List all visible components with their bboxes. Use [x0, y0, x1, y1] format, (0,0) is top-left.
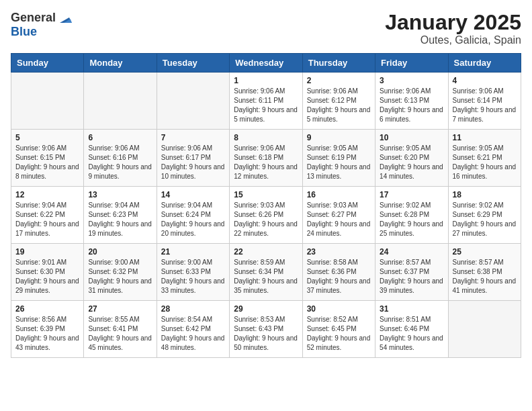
- calendar-day-29: 29Sunrise: 8:53 AMSunset: 6:43 PMDayligh…: [230, 301, 302, 358]
- day-info: Sunrise: 9:06 AMSunset: 6:15 PMDaylight:…: [15, 144, 79, 181]
- day-info: Sunrise: 8:57 AMSunset: 6:37 PMDaylight:…: [380, 258, 443, 295]
- day-number: 9: [307, 133, 371, 142]
- day-info: Sunrise: 9:04 AMSunset: 6:22 PMDaylight:…: [15, 201, 79, 238]
- logo: General Blue: [11, 11, 72, 39]
- calendar-week-row: 5Sunrise: 9:06 AMSunset: 6:15 PMDaylight…: [11, 130, 521, 187]
- weekday-header-row: SundayMondayTuesdayWednesdayThursdayFrid…: [11, 54, 521, 73]
- day-number: 31: [380, 304, 443, 314]
- day-info: Sunrise: 9:06 AMSunset: 6:14 PMDaylight:…: [453, 87, 517, 124]
- calendar-day-6: 6Sunrise: 9:06 AMSunset: 6:16 PMDaylight…: [84, 130, 157, 187]
- calendar-day-3: 3Sunrise: 9:06 AMSunset: 6:13 PMDaylight…: [375, 73, 448, 130]
- calendar-subtitle: Outes, Galicia, Spain: [385, 34, 521, 46]
- day-info: Sunrise: 8:56 AMSunset: 6:39 PMDaylight:…: [15, 315, 79, 353]
- day-info: Sunrise: 9:00 AMSunset: 6:32 PMDaylight:…: [88, 258, 152, 295]
- calendar-day-24: 24Sunrise: 8:57 AMSunset: 6:37 PMDayligh…: [375, 244, 448, 301]
- logo-icon: [57, 11, 72, 26]
- calendar-day-18: 18Sunrise: 9:02 AMSunset: 6:29 PMDayligh…: [448, 187, 521, 244]
- day-info: Sunrise: 9:03 AMSunset: 6:26 PMDaylight:…: [234, 201, 298, 238]
- day-info: Sunrise: 9:06 AMSunset: 6:13 PMDaylight:…: [380, 87, 443, 124]
- day-info: Sunrise: 8:59 AMSunset: 6:34 PMDaylight:…: [234, 258, 298, 295]
- day-info: Sunrise: 8:55 AMSunset: 6:41 PMDaylight:…: [88, 315, 152, 353]
- day-number: 7: [161, 133, 225, 142]
- calendar-table: SundayMondayTuesdayWednesdayThursdayFrid…: [11, 53, 521, 358]
- day-number: 1: [234, 76, 298, 85]
- weekday-header-saturday: Saturday: [448, 54, 521, 73]
- calendar-day-11: 11Sunrise: 9:05 AMSunset: 6:21 PMDayligh…: [448, 130, 521, 187]
- weekday-header-tuesday: Tuesday: [157, 54, 229, 73]
- calendar-day-10: 10Sunrise: 9:05 AMSunset: 6:20 PMDayligh…: [375, 130, 448, 187]
- calendar-week-row: 26Sunrise: 8:56 AMSunset: 6:39 PMDayligh…: [11, 301, 521, 358]
- calendar-day-20: 20Sunrise: 9:00 AMSunset: 6:32 PMDayligh…: [84, 244, 157, 301]
- calendar-day-30: 30Sunrise: 8:52 AMSunset: 6:45 PMDayligh…: [302, 301, 375, 358]
- calendar-week-row: 1Sunrise: 9:06 AMSunset: 6:11 PMDaylight…: [11, 73, 521, 130]
- day-info: Sunrise: 9:06 AMSunset: 6:18 PMDaylight:…: [234, 144, 298, 181]
- calendar-day-17: 17Sunrise: 9:02 AMSunset: 6:28 PMDayligh…: [375, 187, 448, 244]
- day-info: Sunrise: 9:02 AMSunset: 6:28 PMDaylight:…: [380, 201, 443, 238]
- day-info: Sunrise: 9:04 AMSunset: 6:23 PMDaylight:…: [88, 201, 152, 238]
- calendar-empty-cell: [157, 73, 229, 130]
- page-header: General Blue January 2025 Outes, Galicia…: [11, 11, 521, 46]
- calendar-day-9: 9Sunrise: 9:05 AMSunset: 6:19 PMDaylight…: [302, 130, 375, 187]
- day-number: 21: [161, 247, 225, 257]
- day-number: 26: [15, 304, 79, 314]
- calendar-day-25: 25Sunrise: 8:57 AMSunset: 6:38 PMDayligh…: [448, 244, 521, 301]
- calendar-day-15: 15Sunrise: 9:03 AMSunset: 6:26 PMDayligh…: [230, 187, 302, 244]
- day-number: 14: [161, 190, 225, 199]
- calendar-empty-cell: [448, 301, 521, 358]
- day-number: 10: [380, 133, 443, 142]
- day-info: Sunrise: 9:05 AMSunset: 6:19 PMDaylight:…: [307, 144, 371, 181]
- day-info: Sunrise: 9:05 AMSunset: 6:21 PMDaylight:…: [453, 144, 517, 181]
- day-info: Sunrise: 9:05 AMSunset: 6:20 PMDaylight:…: [380, 144, 443, 181]
- calendar-day-21: 21Sunrise: 9:00 AMSunset: 6:33 PMDayligh…: [157, 244, 229, 301]
- calendar-day-13: 13Sunrise: 9:04 AMSunset: 6:23 PMDayligh…: [84, 187, 157, 244]
- day-number: 27: [88, 304, 152, 314]
- calendar-day-26: 26Sunrise: 8:56 AMSunset: 6:39 PMDayligh…: [11, 301, 84, 358]
- day-info: Sunrise: 8:57 AMSunset: 6:38 PMDaylight:…: [453, 258, 517, 295]
- weekday-header-friday: Friday: [375, 54, 448, 73]
- day-number: 18: [453, 190, 517, 199]
- calendar-day-31: 31Sunrise: 8:51 AMSunset: 6:46 PMDayligh…: [375, 301, 448, 358]
- day-number: 30: [307, 304, 371, 314]
- day-number: 20: [88, 247, 152, 257]
- day-number: 19: [15, 247, 79, 257]
- day-info: Sunrise: 9:04 AMSunset: 6:24 PMDaylight:…: [161, 201, 225, 238]
- day-info: Sunrise: 9:06 AMSunset: 6:17 PMDaylight:…: [161, 144, 225, 181]
- calendar-day-7: 7Sunrise: 9:06 AMSunset: 6:17 PMDaylight…: [157, 130, 229, 187]
- calendar-week-row: 19Sunrise: 9:01 AMSunset: 6:30 PMDayligh…: [11, 244, 521, 301]
- weekday-header-monday: Monday: [84, 54, 157, 73]
- title-block: January 2025 Outes, Galicia, Spain: [385, 11, 521, 46]
- day-info: Sunrise: 8:58 AMSunset: 6:36 PMDaylight:…: [307, 258, 371, 295]
- day-number: 11: [453, 133, 517, 142]
- weekday-header-sunday: Sunday: [11, 54, 84, 73]
- calendar-week-row: 12Sunrise: 9:04 AMSunset: 6:22 PMDayligh…: [11, 187, 521, 244]
- day-number: 24: [380, 247, 443, 257]
- calendar-day-27: 27Sunrise: 8:55 AMSunset: 6:41 PMDayligh…: [84, 301, 157, 358]
- weekday-header-thursday: Thursday: [302, 54, 375, 73]
- day-info: Sunrise: 8:52 AMSunset: 6:45 PMDaylight:…: [307, 315, 371, 353]
- calendar-day-12: 12Sunrise: 9:04 AMSunset: 6:22 PMDayligh…: [11, 187, 84, 244]
- day-number: 22: [234, 247, 298, 257]
- day-number: 16: [307, 190, 371, 199]
- calendar-day-1: 1Sunrise: 9:06 AMSunset: 6:11 PMDaylight…: [230, 73, 302, 130]
- calendar-day-16: 16Sunrise: 9:03 AMSunset: 6:27 PMDayligh…: [302, 187, 375, 244]
- day-info: Sunrise: 9:06 AMSunset: 6:16 PMDaylight:…: [88, 144, 152, 181]
- day-info: Sunrise: 8:51 AMSunset: 6:46 PMDaylight:…: [380, 315, 443, 353]
- day-info: Sunrise: 9:00 AMSunset: 6:33 PMDaylight:…: [161, 258, 225, 295]
- day-info: Sunrise: 9:01 AMSunset: 6:30 PMDaylight:…: [15, 258, 79, 295]
- day-number: 8: [234, 133, 298, 142]
- weekday-header-wednesday: Wednesday: [230, 54, 302, 73]
- calendar-day-4: 4Sunrise: 9:06 AMSunset: 6:14 PMDaylight…: [448, 73, 521, 130]
- day-number: 2: [307, 76, 371, 85]
- day-number: 15: [234, 190, 298, 199]
- day-info: Sunrise: 9:02 AMSunset: 6:29 PMDaylight:…: [453, 201, 517, 238]
- calendar-day-23: 23Sunrise: 8:58 AMSunset: 6:36 PMDayligh…: [302, 244, 375, 301]
- calendar-day-8: 8Sunrise: 9:06 AMSunset: 6:18 PMDaylight…: [230, 130, 302, 187]
- day-info: Sunrise: 9:06 AMSunset: 6:12 PMDaylight:…: [307, 87, 371, 124]
- calendar-day-28: 28Sunrise: 8:54 AMSunset: 6:42 PMDayligh…: [157, 301, 229, 358]
- day-number: 13: [88, 190, 152, 199]
- calendar-empty-cell: [84, 73, 157, 130]
- calendar-day-2: 2Sunrise: 9:06 AMSunset: 6:12 PMDaylight…: [302, 73, 375, 130]
- day-number: 12: [15, 190, 79, 199]
- day-info: Sunrise: 9:03 AMSunset: 6:27 PMDaylight:…: [307, 201, 371, 238]
- day-info: Sunrise: 9:06 AMSunset: 6:11 PMDaylight:…: [234, 87, 298, 124]
